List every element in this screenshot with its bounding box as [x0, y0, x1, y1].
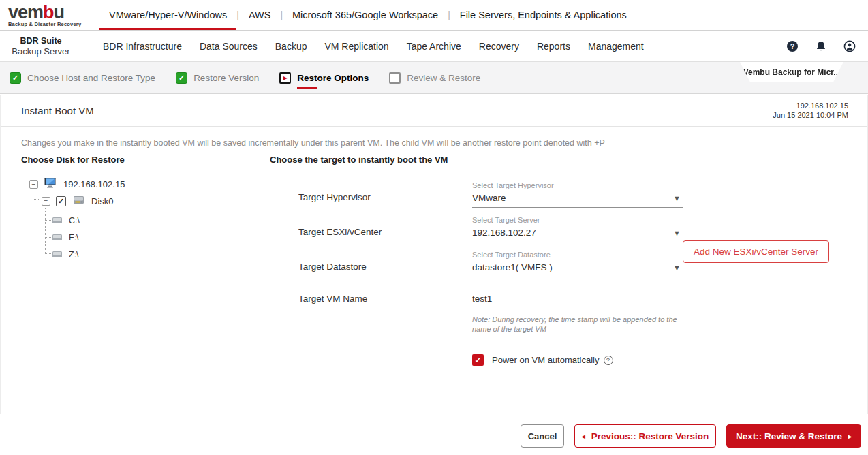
step-label: Review & Restore — [407, 73, 480, 83]
brand-subtitle: Backup Server — [5, 46, 76, 57]
info-text: Changes you make in the instantly booted… — [21, 138, 847, 148]
user-account-icon[interactable] — [843, 40, 856, 52]
target-vm-name-row: Target VM Name — [270, 292, 849, 309]
previous-arrow-icon: ◂ — [582, 433, 585, 440]
target-esxi-vcenter-row: Target ESXi/vCenter Select Target Server… — [270, 216, 849, 242]
svg-text:?: ? — [790, 42, 795, 50]
step-completed-check-icon: ✓ — [176, 72, 187, 84]
select-float-label: Select Target Hypervisor — [472, 181, 683, 189]
step-label: Restore Options — [297, 73, 369, 83]
tab-aws[interactable]: AWS — [239, 0, 281, 30]
tree-node-disk0: − ✓ Disk0 — [42, 195, 114, 207]
context-tab-vembu-backup[interactable]: Vembu Backup for Micr... — [740, 62, 843, 82]
disk-section: Choose Disk for Restore − 192.168.102.15… — [21, 155, 253, 271]
restore-point-timestamp: Jun 15 2021 10:04 PM — [773, 110, 848, 120]
power-on-help-icon[interactable]: ? — [604, 356, 613, 365]
tab-vmware-hyperv-windows[interactable]: VMware/Hyper-V/Windows — [99, 0, 236, 30]
step-review-and-restore[interactable]: Review & Restore — [389, 72, 480, 84]
nav-item-management[interactable]: Management — [579, 41, 653, 52]
target-section: Choose the target to instantly boot the … — [270, 155, 849, 366]
step-restore-version[interactable]: ✓ Restore Version — [176, 72, 259, 84]
nav-item-tape-archive[interactable]: Tape Archive — [398, 41, 470, 52]
tab-file-servers-endpoints-applications[interactable]: File Servers, Endpoints & Applications — [450, 0, 636, 30]
target-hypervisor-value: VMware — [472, 193, 673, 203]
tree-connector — [45, 237, 51, 238]
logo-tagline: Backup & Disaster Recovery — [8, 21, 89, 27]
host-meta: 192.168.102.15 Jun 15 2021 10:04 PM — [773, 101, 848, 120]
nav-item-recovery[interactable]: Recovery — [470, 41, 528, 52]
partition-drive-icon — [52, 215, 63, 227]
nav-icons: ? — [786, 40, 856, 52]
tree-connector — [45, 208, 51, 254]
step-pending-checkbox-icon — [389, 72, 401, 84]
footer-actions: Cancel ◂ Previous:: Restore Version Next… — [521, 424, 861, 448]
nav-items: BDR Infrastructure Data Sources Backup V… — [94, 41, 653, 52]
target-vm-name-field — [472, 292, 683, 309]
vembu-logo[interactable]: vembu Backup & Disaster Recovery — [8, 0, 89, 30]
target-vm-name-label: Target VM Name — [270, 294, 472, 309]
target-server-select[interactable]: Select Target Server 192.168.102.27 ▼ — [472, 216, 683, 242]
tab-microsoft365-google-workspace[interactable]: Microsoft 365/Google Workspace — [283, 0, 448, 30]
step-restore-options[interactable]: ▶ Restore Options — [279, 72, 369, 84]
tree-node-partition-c: C:\ — [52, 214, 80, 227]
tree-connector — [45, 220, 51, 221]
computer-icon — [44, 177, 57, 191]
collapse-toggle-icon[interactable]: − — [42, 197, 50, 206]
next-button[interactable]: Next:: Review & Restore ▸ — [726, 424, 861, 448]
vm-name-note-row: Note: During recovery, the time stamp wi… — [270, 309, 849, 334]
top-header: vembu Backup & Disaster Recovery VMware/… — [0, 0, 868, 31]
select-float-label: Select Target Server — [472, 216, 683, 224]
target-datastore-select[interactable]: Select Target Datastore datastore1( VMFS… — [472, 251, 683, 277]
tree-node-partition-z: Z:\ — [52, 248, 79, 262]
nav-item-reports[interactable]: Reports — [528, 41, 579, 52]
next-arrow-icon: ▸ — [848, 433, 852, 440]
vm-name-note: Note: During recovery, the time stamp wi… — [472, 315, 683, 334]
chevron-down-icon[interactable]: ▼ — [673, 194, 681, 202]
previous-button-label: Previous:: Restore Version — [591, 431, 709, 441]
target-esxi-vcenter-label: Target ESXi/vCenter — [270, 227, 472, 242]
power-on-row: ✓ Power on VM automatically ? — [270, 354, 849, 366]
notifications-bell-icon[interactable] — [815, 40, 827, 52]
partition-drive-icon — [52, 249, 63, 261]
nav-item-backup[interactable]: Backup — [266, 41, 316, 52]
step-current-play-icon: ▶ — [279, 72, 291, 84]
target-hypervisor-label: Target Hypervisor — [270, 192, 472, 208]
chevron-down-icon[interactable]: ▼ — [673, 229, 681, 237]
bdr-suite-brand[interactable]: BDR Suite Backup Server — [5, 36, 76, 57]
tree-disk-label: Disk0 — [91, 196, 114, 206]
nav-item-data-sources[interactable]: Data Sources — [191, 41, 266, 52]
step-label: Choose Host and Restore Type — [27, 73, 155, 83]
power-on-checkbox[interactable]: ✓ — [472, 354, 484, 366]
next-button-label: Next:: Review & Restore — [736, 431, 842, 441]
partition-label: F:\ — [69, 233, 79, 242]
nav-item-bdr-infrastructure[interactable]: BDR Infrastructure — [94, 41, 191, 52]
target-section-heading: Choose the target to instantly boot the … — [270, 155, 849, 165]
disk-icon — [73, 195, 84, 207]
host-ip: 192.168.102.15 — [773, 101, 848, 110]
target-vm-name-input[interactable] — [472, 294, 683, 304]
wizard-step-bar: ✓ Choose Host and Restore Type ✓ Restore… — [0, 62, 868, 94]
target-datastore-label: Target Datastore — [270, 262, 472, 277]
target-hypervisor-select[interactable]: Select Target Hypervisor VMware ▼ — [472, 181, 683, 208]
previous-button[interactable]: ◂ Previous:: Restore Version — [574, 424, 716, 448]
nav-item-vm-replication[interactable]: VM Replication — [315, 41, 397, 52]
help-icon[interactable]: ? — [786, 40, 799, 52]
target-server-value: 192.168.102.27 — [472, 227, 673, 238]
title-row: Instant Boot VM 192.168.102.15 Jun 15 20… — [1, 95, 867, 127]
chevron-down-icon[interactable]: ▼ — [673, 264, 681, 272]
select-float-label: Select Target Datastore — [472, 251, 683, 259]
page-title: Instant Boot VM — [21, 105, 94, 116]
step-choose-host-and-restore-type[interactable]: ✓ Choose Host and Restore Type — [10, 72, 155, 84]
power-on-label: Power on VM automatically — [492, 355, 600, 365]
tree-node-host: − 192.168.102.15 — [29, 177, 125, 191]
brand-title: BDR Suite — [5, 36, 76, 46]
product-tabs: VMware/Hyper-V/Windows | AWS | Microsoft… — [99, 0, 636, 30]
partition-label: C:\ — [69, 216, 80, 225]
add-new-esxi-vcenter-server-button[interactable]: Add New ESXi/vCenter Server — [683, 240, 829, 263]
collapse-toggle-icon[interactable]: − — [29, 180, 38, 189]
vembu-logo-text: vembu — [8, 3, 89, 21]
cancel-button[interactable]: Cancel — [521, 424, 564, 448]
tree-host-label: 192.168.102.15 — [63, 179, 125, 189]
tree-node-partition-f: F:\ — [52, 231, 79, 245]
disk0-checkbox[interactable]: ✓ — [56, 196, 66, 206]
